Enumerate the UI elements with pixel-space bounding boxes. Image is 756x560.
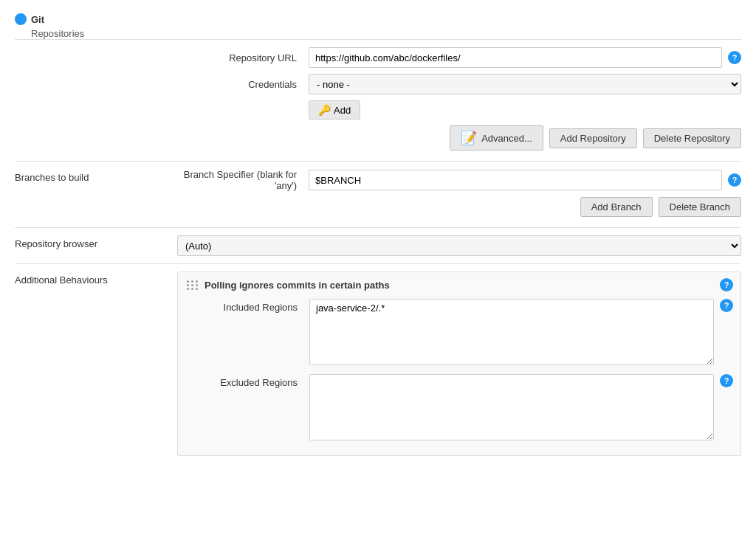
excluded-regions-label: Excluded Regions xyxy=(185,374,303,388)
additional-behaviours-section: Additional Behaviours Polling ignores co… xyxy=(15,263,741,463)
branch-specifier-input[interactable] xyxy=(309,170,722,190)
excluded-regions-textarea[interactable] xyxy=(309,374,714,440)
page-container: Git Repositories Repository URL ? Creden… xyxy=(0,0,756,471)
repo-browser-section: Repository browser (Auto) xyxy=(15,227,741,263)
key-icon: 🔑 xyxy=(318,104,331,116)
branch-specifier-label: Branch Specifier (blank for 'any') xyxy=(177,169,303,191)
additional-behaviours-content: Polling ignores commits in certain paths… xyxy=(177,272,741,456)
behaviour-help-icon[interactable]: ? xyxy=(720,278,733,291)
add-branch-button[interactable]: Add Branch xyxy=(580,197,653,217)
credentials-row: Credentials - none - xyxy=(177,74,741,94)
advanced-label: Advanced... xyxy=(481,133,532,144)
delete-branch-button[interactable]: Delete Branch xyxy=(659,197,741,217)
branch-specifier-row: Branch Specifier (blank for 'any') ? xyxy=(177,169,741,191)
add-credentials-button[interactable]: 🔑 Add xyxy=(309,100,360,120)
repository-url-label: Repository URL xyxy=(177,52,303,63)
branch-actions-row: Add Branch Delete Branch xyxy=(177,197,741,217)
branches-content: Branch Specifier (blank for 'any') ? Add… xyxy=(177,169,741,220)
repository-section: Repository URL ? Credentials - none - 🔑 … xyxy=(15,39,741,161)
repository-url-input[interactable] xyxy=(309,47,722,68)
repository-url-help-icon[interactable]: ? xyxy=(728,51,741,64)
advanced-button[interactable]: 📝 Advanced... xyxy=(450,125,543,151)
behaviour-panel: Polling ignores commits in certain paths… xyxy=(177,272,741,456)
notebook-icon: 📝 xyxy=(461,130,477,146)
additional-behaviours-label: Additional Behaviours xyxy=(15,272,177,456)
credentials-select[interactable]: - none - xyxy=(309,74,741,94)
add-credentials-label: Add xyxy=(334,105,351,116)
included-regions-textarea[interactable]: java-service-2/.* xyxy=(309,299,714,365)
credentials-label: Credentials xyxy=(177,79,303,90)
excluded-regions-row: Excluded Regions ? xyxy=(185,374,733,440)
branches-section: Branches to build Branch Specifier (blan… xyxy=(15,161,741,227)
repo-browser-section-label: Repository browser xyxy=(15,235,177,256)
branches-section-label: Branches to build xyxy=(15,169,177,220)
repo-browser-select[interactable]: (Auto) xyxy=(177,235,741,256)
git-title: Git xyxy=(31,14,44,25)
included-regions-label: Included Regions xyxy=(185,299,303,313)
git-icon xyxy=(15,13,27,25)
excluded-regions-help-icon[interactable]: ? xyxy=(720,374,733,387)
included-regions-row: Included Regions java-service-2/.* ? xyxy=(185,299,733,365)
repository-url-row: Repository URL ? xyxy=(177,47,741,68)
repository-content: Repository URL ? Credentials - none - 🔑 … xyxy=(177,47,741,153)
repo-browser-content: (Auto) xyxy=(177,235,741,256)
behaviour-title: Polling ignores commits in certain paths xyxy=(205,280,390,291)
branch-specifier-help-icon[interactable]: ? xyxy=(728,173,741,187)
included-regions-help-icon[interactable]: ? xyxy=(720,299,733,312)
add-repository-button[interactable]: Add Repository xyxy=(549,128,637,148)
git-header: Git xyxy=(15,7,741,28)
drag-handle[interactable] xyxy=(185,279,200,291)
delete-repository-button[interactable]: Delete Repository xyxy=(643,128,741,148)
add-credentials-row: 🔑 Add xyxy=(177,100,741,120)
repositories-label: Repositories xyxy=(15,28,741,39)
behaviour-header: Polling ignores commits in certain paths… xyxy=(185,278,733,291)
repository-actions-row: 📝 Advanced... Add Repository Delete Repo… xyxy=(177,125,741,151)
section-label-empty xyxy=(15,47,177,153)
